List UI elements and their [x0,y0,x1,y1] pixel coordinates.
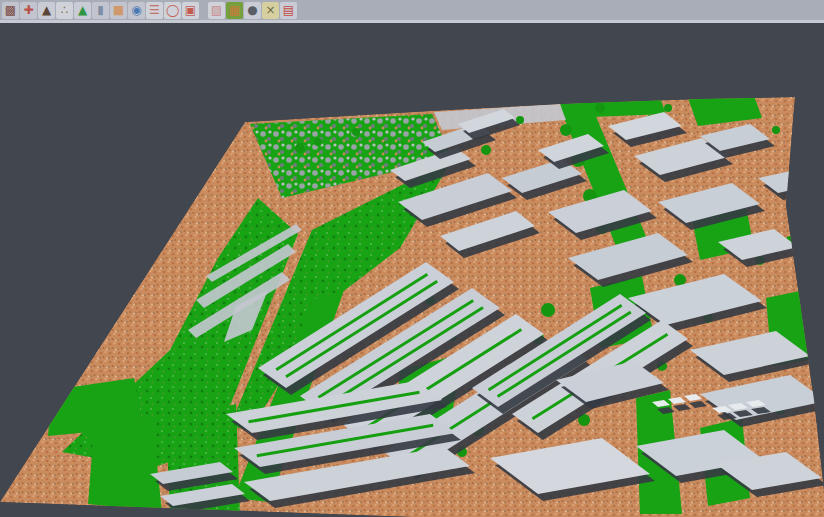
side-panel-icon[interactable]: ▮ [92,2,109,19]
dem-icon[interactable]: ▲ [74,2,91,19]
mosaic-icon[interactable]: ▩ [2,2,19,19]
terrain-icon[interactable]: ▲ [38,2,55,19]
classification-icon[interactable]: ▦ [226,2,243,19]
point-cloud-render [0,26,824,517]
delete-points-icon[interactable]: × [262,2,279,19]
camera-icon[interactable]: ● [244,2,261,19]
main-toolbar: ▩✚▲∴▲▮■◉☰◯▣▨▦●×▤ [0,0,824,23]
globe-icon[interactable]: ◉ [128,2,145,19]
orthomosaic-icon[interactable]: ■ [110,2,127,19]
circle-select-icon[interactable]: ◯ [164,2,181,19]
layers-icon[interactable]: ☰ [146,2,163,19]
3d-viewport[interactable] [0,26,824,517]
grid-select-icon[interactable]: ▨ [208,2,225,19]
measure-icon[interactable]: ▤ [280,2,297,19]
sparse-cloud-icon[interactable]: ∴ [56,2,73,19]
match-points-icon[interactable]: ✚ [20,2,37,19]
crop-region-icon[interactable]: ▣ [182,2,199,19]
